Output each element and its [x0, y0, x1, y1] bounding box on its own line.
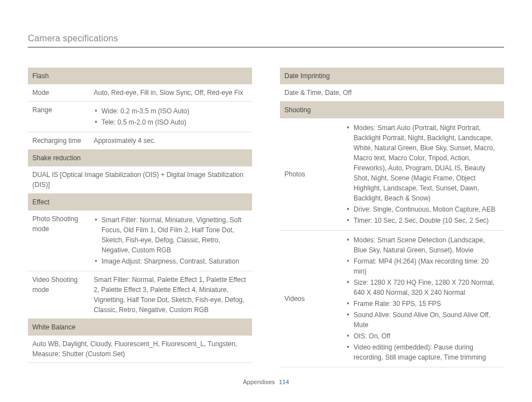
page-footer: Appendixes 114	[0, 379, 532, 385]
section-shoot: Shooting	[280, 102, 504, 119]
value-videos: Modes: Smart Scene Detection (Landscape,…	[341, 231, 504, 367]
content-columns: Flash Mode Auto, Red-eye, Fill in, Slow …	[28, 68, 504, 367]
videos-format: Format: MP4 (H.264) (Max recording time:…	[346, 256, 500, 276]
row-date: Date & Time, Date, Off	[280, 84, 504, 102]
row-video-mode: Video Shooting mode Smart Filter: Normal…	[28, 271, 252, 319]
label-flash-recharge: Recharging time	[28, 132, 89, 150]
row-videos: Videos Modes: Smart Scene Detection (Lan…	[280, 231, 504, 367]
videos-editing: Video editing (embedded): Pause during r…	[346, 342, 500, 362]
photos-modes: Modes: Smart Auto (Portrait, Night Portr…	[346, 123, 500, 203]
row-photo-mode: Photo Shooting mode Smart Filter: Normal…	[28, 210, 252, 271]
section-effect: Effect	[28, 194, 252, 211]
row-flash-recharge: Recharging time Approximately 4 sec.	[28, 132, 252, 150]
value-photos: Modes: Smart Auto (Portrait, Night Portr…	[341, 118, 504, 231]
row-flash-range: Range Wide: 0.2 m-3.5 m (ISO Auto) Tele:…	[28, 102, 252, 132]
section-wb-label: White Balance	[28, 319, 252, 336]
row-wb: Auto WB, Daylight, Cloudy, Fluorescent_H…	[28, 336, 252, 363]
section-flash-label: Flash	[28, 68, 252, 84]
value-wb: Auto WB, Daylight, Cloudy, Fluorescent_H…	[28, 336, 252, 363]
photo-mode-filter: Smart Filter: Normal, Miniature, Vignett…	[94, 215, 248, 255]
section-shake: Shake reduction	[28, 150, 252, 167]
value-flash-range: Wide: 0.2 m-3.5 m (ISO Auto) Tele: 0.5 m…	[89, 102, 252, 132]
row-flash-mode: Mode Auto, Red-eye, Fill in, Slow Sync, …	[28, 84, 252, 102]
videos-sound: Sound Alive: Sound Alive On, Sound Alive…	[346, 310, 500, 330]
value-shake: DUAL IS [Optical Image Stabilization (OI…	[28, 166, 252, 194]
videos-framerate: Frame Rate: 30 FPS, 15 FPS	[346, 299, 500, 309]
flash-range-tele: Tele: 0.5 m-2.0 m (ISO Auto)	[94, 117, 248, 127]
photo-mode-adjust: Image Adjust: Sharpness, Contrast, Satur…	[94, 256, 248, 266]
label-flash-range: Range	[28, 102, 89, 132]
videos-ois: OIS: On, Off	[346, 331, 500, 341]
photos-timer: Timer: 10 Sec, 2 Sec, Double (10 Sec, 2 …	[346, 216, 500, 226]
section-flash: Flash	[28, 68, 252, 84]
section-date: Date Imprinting	[280, 68, 504, 84]
section-wb: White Balance	[28, 319, 252, 336]
section-date-label: Date Imprinting	[280, 68, 504, 84]
videos-size: Size: 1280 X 720 HQ Fine, 1280 X 720 Nor…	[346, 277, 500, 298]
footer-section: Appendixes	[243, 379, 275, 385]
flash-range-wide: Wide: 0.2 m-3.5 m (ISO Auto)	[94, 106, 248, 116]
spec-table-right: Date Imprinting Date & Time, Date, Off S…	[280, 68, 504, 367]
label-photo-mode: Photo Shooting mode	[28, 210, 89, 271]
value-flash-recharge: Approximately 4 sec.	[89, 132, 252, 150]
left-column: Flash Mode Auto, Red-eye, Fill in, Slow …	[28, 68, 252, 367]
label-video-mode: Video Shooting mode	[28, 271, 89, 319]
value-flash-mode: Auto, Red-eye, Fill in, Slow Sync, Off, …	[89, 84, 252, 102]
photos-drive: Drive: Single, Continuous, Motion Captur…	[346, 204, 500, 214]
section-shake-label: Shake reduction	[28, 150, 252, 167]
row-photos: Photos Modes: Smart Auto (Portrait, Nigh…	[280, 118, 504, 231]
label-photos: Photos	[280, 118, 341, 231]
row-shake: DUAL IS [Optical Image Stabilization (OI…	[28, 166, 252, 194]
section-shoot-label: Shooting	[280, 102, 504, 119]
value-date: Date & Time, Date, Off	[280, 84, 504, 102]
value-video-mode: Smart Filter: Normal, Palette Effect 1, …	[89, 271, 252, 319]
page-title: Camera specifications	[28, 34, 504, 47]
section-effect-label: Effect	[28, 194, 252, 211]
footer-page-number: 114	[279, 379, 289, 385]
label-videos: Videos	[280, 231, 341, 367]
right-column: Date Imprinting Date & Time, Date, Off S…	[280, 68, 504, 367]
spec-table-left: Flash Mode Auto, Red-eye, Fill in, Slow …	[28, 68, 252, 363]
value-photo-mode: Smart Filter: Normal, Miniature, Vignett…	[89, 210, 252, 271]
videos-modes: Modes: Smart Scene Detection (Landscape,…	[346, 235, 500, 255]
label-flash-mode: Mode	[28, 84, 89, 102]
